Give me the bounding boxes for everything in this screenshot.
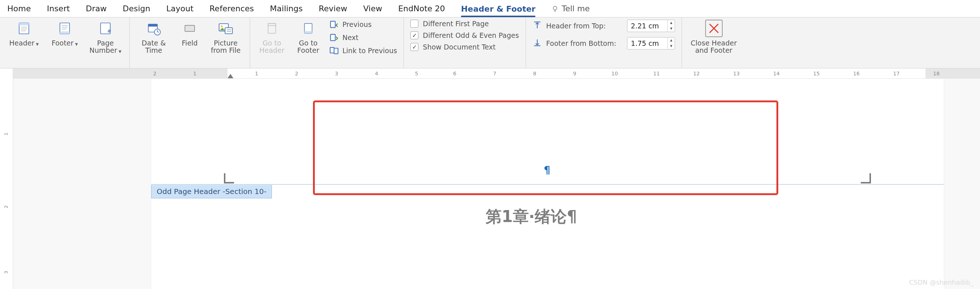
footer-from-bottom-icon [533, 38, 542, 49]
link-to-previous-button[interactable]: Link to Previous [329, 46, 397, 55]
document-area[interactable]: Odd Page Header -Section 10- ¶ 第1章·绪论¶ [13, 78, 980, 289]
vertical-ruler[interactable]: 1 2 3 [0, 69, 13, 289]
hruler-tick: 12 [693, 70, 700, 77]
ribbon-tabs: Home Insert Draw Design Layout Reference… [0, 0, 980, 18]
previous-label: Previous [342, 21, 372, 29]
hruler-tick: 4 [375, 70, 379, 77]
go-to-footer-label: Go to Footer [298, 39, 319, 54]
footer-icon [56, 20, 73, 37]
hruler-tick: 8 [533, 70, 536, 77]
header-from-top-label: Header from Top: [546, 22, 623, 30]
annotation-box [313, 101, 778, 195]
page-number-label: Page Number [89, 39, 117, 54]
tab-design[interactable]: Design [123, 0, 151, 18]
go-to-footer-button[interactable]: Go to Footer [293, 20, 323, 54]
section-header-label: Odd Page Header -Section 10- [151, 185, 272, 198]
close-header-footer-button[interactable]: Close Header and Footer [689, 20, 739, 54]
svg-rect-30 [331, 21, 335, 27]
next-label: Next [342, 34, 358, 42]
date-time-button[interactable]: Date & Time [136, 20, 171, 54]
tab-home[interactable]: Home [7, 0, 31, 18]
picture-from-file-button[interactable]: Picture from File [208, 20, 243, 54]
tab-header-footer-label: Header & Footer [461, 4, 535, 13]
footer-from-bottom-input[interactable]: 1.75 cm ▲▼ [627, 37, 675, 49]
tab-mailings[interactable]: Mailings [270, 0, 303, 18]
page-number-button[interactable]: # Page Number▼ [88, 20, 123, 55]
svg-rect-4 [19, 23, 29, 26]
tab-view[interactable]: View [363, 0, 382, 18]
tab-layout[interactable]: Layout [167, 0, 194, 18]
margin-corner-tl [224, 173, 234, 184]
tab-header-footer[interactable]: Header & Footer [461, 0, 535, 17]
hruler-tick: 6 [453, 70, 457, 77]
margin-corner-tr [861, 173, 871, 184]
date-time-icon [145, 20, 162, 37]
vruler-tick: 2 [3, 205, 9, 208]
header-label: Header [10, 39, 35, 47]
header-icon [15, 20, 33, 37]
svg-text:#: # [107, 29, 111, 34]
svg-rect-29 [305, 31, 312, 34]
header-button[interactable]: Header▼ [6, 20, 41, 48]
previous-icon [329, 20, 339, 29]
show-document-text-checkbox[interactable]: Show Document Text [410, 43, 519, 51]
tell-me[interactable]: Tell me [551, 4, 590, 13]
stepper-up-icon[interactable]: ▲ [668, 20, 674, 26]
field-button[interactable]: Field [177, 20, 202, 46]
ribbon: Header▼ Footer▼ # Page Number▼ Date & Ti… [0, 18, 980, 69]
next-button[interactable]: Next [329, 33, 397, 42]
hruler-tick: 7 [493, 70, 496, 77]
svg-rect-31 [331, 34, 335, 40]
svg-rect-16 [148, 24, 158, 27]
different-odd-even-label: Different Odd & Even Pages [423, 31, 519, 39]
group-navigation: Go to Header Go to Footer Previous Next [250, 18, 404, 68]
hruler-tick: 15 [813, 70, 820, 77]
group-header-footer: Header▼ Footer▼ # Page Number▼ [0, 18, 130, 68]
stepper-down-icon[interactable]: ▼ [668, 26, 674, 32]
different-first-page-checkbox[interactable]: Different First Page [410, 20, 519, 28]
date-time-label: Date & Time [142, 39, 166, 54]
picture-label: Picture from File [211, 39, 241, 54]
footer-button[interactable]: Footer▼ [47, 20, 82, 48]
footer-from-bottom-value: 1.75 cm [627, 39, 668, 47]
vruler-tick: 1 [3, 133, 9, 136]
next-icon [329, 33, 339, 42]
tab-insert[interactable]: Insert [47, 0, 70, 18]
link-to-previous-label: Link to Previous [342, 46, 397, 54]
hruler-tick: 14 [773, 70, 780, 77]
hruler-tick: 11 [653, 70, 660, 77]
stepper-up-icon[interactable]: ▲ [668, 37, 674, 43]
hruler-tick: 17 [893, 70, 900, 77]
header-from-top-input[interactable]: 2.21 cm ▲▼ [627, 20, 675, 32]
indent-marker-icon[interactable] [228, 74, 233, 78]
close-label: Close Header and Footer [690, 39, 737, 54]
picture-icon [217, 20, 234, 37]
watermark: CSDN @shenhaibb_ [909, 278, 974, 286]
hruler-tick: 1 [255, 70, 258, 77]
lightbulb-icon [551, 5, 559, 13]
hruler-tick: 1 [193, 70, 197, 77]
stepper-down-icon[interactable]: ▼ [668, 43, 674, 49]
group-insert: Date & Time Field Picture from File [130, 18, 250, 68]
tab-review[interactable]: Review [319, 0, 347, 18]
tell-me-label: Tell me [562, 4, 590, 13]
horizontal-ruler[interactable]: 21123456789101112131415161718 [13, 69, 980, 78]
tab-draw[interactable]: Draw [86, 0, 107, 18]
different-odd-even-checkbox[interactable]: Different Odd & Even Pages [410, 31, 519, 39]
hruler-tick: 13 [733, 70, 740, 77]
go-to-footer-icon [299, 20, 317, 37]
go-to-header-button: Go to Header [257, 20, 287, 54]
group-position: Header from Top: 2.21 cm ▲▼ Footer from … [526, 18, 682, 68]
tab-endnote20[interactable]: EndNote 20 [398, 0, 445, 18]
tab-references[interactable]: References [209, 0, 254, 18]
field-icon [181, 20, 199, 37]
hruler-tick: 9 [573, 70, 576, 77]
svg-rect-20 [185, 26, 195, 32]
show-document-text-label: Show Document Text [423, 43, 495, 51]
hruler-tick: 3 [335, 70, 339, 77]
close-icon [705, 20, 723, 37]
previous-button[interactable]: Previous [329, 20, 397, 29]
hruler-tick: 18 [933, 70, 940, 77]
go-to-header-icon [263, 20, 281, 37]
vruler-tick: 3 [3, 271, 9, 274]
